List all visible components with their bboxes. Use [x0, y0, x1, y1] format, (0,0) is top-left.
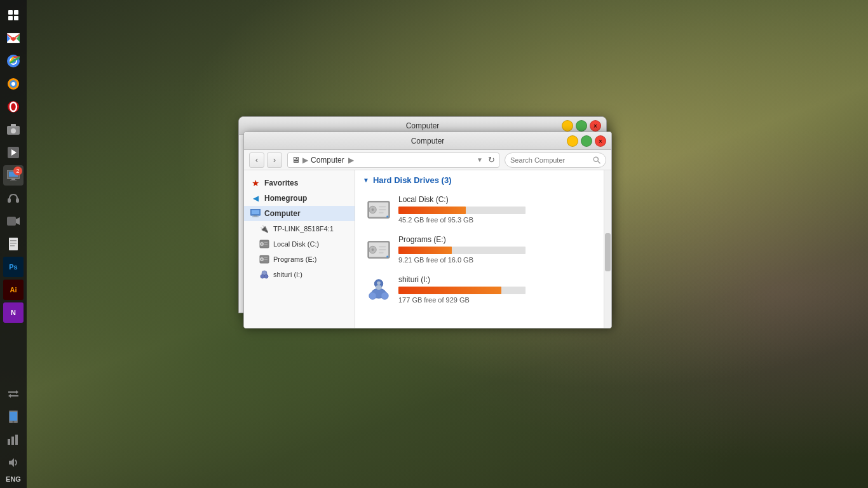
- illustrator-icon[interactable]: Ai: [3, 280, 24, 300]
- drive-item-e[interactable]: Programs (E:) 9.21 GB free of 16.0 GB: [363, 231, 596, 268]
- minimize-button[interactable]: [567, 135, 578, 147]
- address-refresh-icon[interactable]: ↻: [488, 155, 495, 165]
- drive-item-c[interactable]: Local Disk (C:) 45.2 GB free of 95.3 GB: [363, 191, 596, 227]
- firefox-icon[interactable]: [3, 74, 24, 94]
- computer-nav-item[interactable]: Computer: [244, 206, 355, 221]
- svg-point-67: [372, 248, 374, 251]
- svg-point-78: [376, 285, 382, 290]
- drive-i-name: shituri (I:): [398, 275, 593, 284]
- bg-minimize-btn[interactable]: [562, 120, 573, 132]
- svg-point-59: [372, 208, 374, 211]
- svg-point-32: [13, 421, 15, 423]
- shituri-i-nav-item[interactable]: shituri (I:): [244, 267, 355, 282]
- svg-rect-41: [254, 215, 257, 217]
- main-window: Computer × ‹ › 🖥 ▶ Computer ▶ ▼ ↻: [243, 132, 612, 329]
- drive-i-icon: [365, 276, 392, 303]
- window-body: ★ Favorites ◀ Homegroup Computer: [244, 170, 611, 328]
- opera-icon[interactable]: [3, 97, 24, 117]
- drive-item-i[interactable]: shituri (I:) 177 GB free of 929 GB: [363, 271, 596, 308]
- computer-badge: 2: [13, 166, 22, 175]
- svg-rect-63: [386, 215, 388, 217]
- drive-i-bar-container: [398, 287, 526, 294]
- svg-rect-24: [7, 217, 16, 226]
- svg-point-75: [381, 292, 388, 299]
- favorites-star-icon: ★: [250, 178, 261, 188]
- onenote-icon[interactable]: N: [3, 302, 24, 323]
- bg-close-btn[interactable]: ×: [590, 120, 601, 132]
- svg-rect-71: [386, 255, 388, 257]
- svg-rect-52: [264, 259, 268, 260]
- network-adapter-label: TP-LINK_8518F4:1: [273, 225, 334, 233]
- scrollbar-track[interactable]: [604, 170, 611, 328]
- search-input[interactable]: [510, 156, 590, 164]
- bg-maximize-btn[interactable]: [576, 120, 587, 132]
- sound-icon[interactable]: [3, 452, 24, 473]
- svg-rect-3: [14, 16, 18, 20]
- svg-rect-61: [379, 209, 386, 210]
- svg-rect-40: [252, 210, 259, 215]
- svg-point-37: [593, 157, 598, 161]
- svg-rect-1: [14, 10, 18, 15]
- svg-rect-51: [264, 257, 268, 258]
- address-separator2: ▶: [348, 156, 354, 165]
- scrollbar-thumb[interactable]: [605, 233, 611, 271]
- photos-icon[interactable]: [3, 119, 24, 140]
- drive-c-free-text: 45.2 GB free of 95.3 GB: [398, 216, 593, 224]
- homegroup-nav-item[interactable]: ◀ Homegroup: [244, 191, 355, 206]
- maximize-button[interactable]: [581, 135, 592, 147]
- svg-point-15: [11, 128, 16, 133]
- svg-point-50: [261, 259, 262, 260]
- local-disk-c-nav-item[interactable]: Local Disk (C:): [244, 236, 355, 252]
- svg-point-10: [11, 82, 15, 86]
- toolbar: ‹ › 🖥 ▶ Computer ▶ ▼ ↻: [244, 150, 611, 170]
- gmail-icon[interactable]: [3, 28, 24, 48]
- svg-rect-68: [379, 246, 386, 247]
- programs-e-nav-label: Programs (E:): [273, 255, 316, 263]
- address-separator: ▶: [302, 156, 308, 165]
- shituri-i-icon: [259, 269, 269, 280]
- computer-nav-label: Computer: [264, 209, 301, 218]
- back-button[interactable]: ‹: [249, 152, 264, 168]
- svg-rect-33: [8, 439, 10, 445]
- chrome-icon[interactable]: [3, 51, 24, 71]
- media-icon[interactable]: [3, 142, 24, 163]
- background-window-title: Computer: [244, 121, 601, 130]
- drive-c-info: Local Disk (C:) 45.2 GB free of 95.3 GB: [398, 195, 593, 224]
- svg-rect-14: [11, 124, 16, 126]
- transfer-icon[interactable]: [3, 384, 24, 404]
- forward-button[interactable]: ›: [267, 152, 282, 168]
- address-dropdown-icon[interactable]: ▼: [477, 156, 483, 163]
- svg-point-55: [264, 274, 268, 278]
- favorites-nav-item[interactable]: ★ Favorites: [244, 175, 355, 191]
- computer-nav-icon: [250, 208, 261, 219]
- apps-grid-icon[interactable]: [3, 5, 24, 25]
- svg-marker-25: [16, 217, 20, 225]
- local-disk-c-icon: [259, 239, 269, 249]
- shituri-i-nav-label: shituri (I:): [273, 271, 302, 278]
- computer-taskbar-icon[interactable]: 2: [3, 165, 24, 186]
- photoshop-icon[interactable]: Ps: [3, 257, 24, 277]
- drive-c-bar-fill: [398, 207, 466, 214]
- svg-rect-31: [10, 412, 17, 421]
- address-bar[interactable]: 🖥 ▶ Computer ▶ ▼ ↻: [287, 152, 499, 168]
- search-box[interactable]: [505, 152, 606, 168]
- search-icon: [593, 156, 600, 165]
- chart-icon[interactable]: [3, 430, 24, 450]
- headphones-icon[interactable]: [3, 188, 24, 208]
- notes-icon[interactable]: [3, 234, 24, 254]
- drive-c-bar-container: [398, 207, 526, 214]
- svg-point-74: [369, 292, 376, 299]
- tablet-icon[interactable]: [3, 407, 24, 427]
- drive-e-free-text: 9.21 GB free of 16.0 GB: [398, 256, 593, 264]
- programs-e-nav-item[interactable]: Programs (E:): [244, 252, 355, 267]
- content-area: ▼ Hard Disk Drives (3): [355, 170, 604, 328]
- close-button[interactable]: ×: [595, 135, 606, 147]
- section-chevron-icon: ▼: [363, 177, 369, 184]
- network-adapter-nav-item[interactable]: 🔌 TP-LINK_8518F4:1: [244, 221, 355, 236]
- drive-c-icon: [365, 196, 392, 223]
- svg-rect-22: [8, 198, 11, 203]
- video-icon[interactable]: [3, 211, 24, 231]
- svg-line-38: [598, 161, 600, 163]
- svg-rect-46: [264, 242, 268, 243]
- svg-rect-0: [8, 10, 13, 15]
